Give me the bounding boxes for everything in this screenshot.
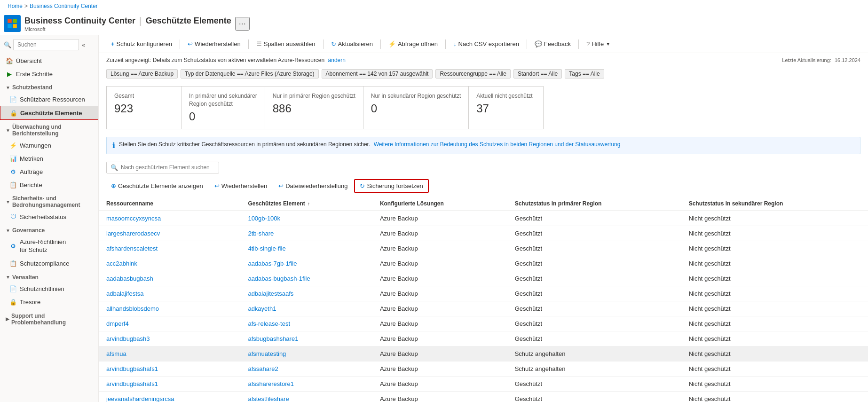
sidebar-section-support[interactable]: ▶ Support und Problembehandlung xyxy=(0,309,98,328)
stat-card-primaer-sekundaer: In primärer und sekundärerRegion geschüt… xyxy=(181,86,265,129)
sidebar: 🔍 « 🏠 Übersicht ▶ Erste Schritte ▼ Schut… xyxy=(0,35,99,402)
link-element[interactable]: 4tib-single-file xyxy=(248,245,285,252)
col-header-geschuetztes-element[interactable]: Geschütztes Element ↑ xyxy=(240,197,372,211)
sidebar-item-tresore[interactable]: 🔒 Tresore xyxy=(0,296,98,309)
sidebar-section-schutzbestand[interactable]: ▼ Schutzbestand xyxy=(0,80,98,93)
link-element[interactable]: afssharerestore1 xyxy=(248,380,294,387)
wiederherstellen-action-button[interactable]: ↩ Wiederherstellen xyxy=(210,180,272,192)
sidebar-label-warnungen: Warnungen xyxy=(20,142,51,149)
svg-rect-2 xyxy=(8,24,12,28)
link-element[interactable]: 2tb-share xyxy=(248,230,274,237)
cell-loesung: Azure Backup xyxy=(372,271,507,286)
cell-sekundaer: Nicht geschützt xyxy=(681,376,868,391)
content-search-input[interactable] xyxy=(121,164,215,171)
sidebar-collapse-button[interactable]: « xyxy=(81,40,86,49)
filter-tag-2[interactable]: Abonnement == 142 von 157 ausgewählt xyxy=(322,69,433,79)
link-ressourcenname[interactable]: masoomccyxsyncsa xyxy=(106,215,161,222)
col-header-konfigurierte-loesungen[interactable]: Konfigurierte Lösungen xyxy=(372,197,507,211)
link-ressourcenname[interactable]: arvindbugbash3 xyxy=(106,335,150,342)
header-ellipsis-button[interactable]: ··· xyxy=(235,17,250,31)
metriken-icon: 📊 xyxy=(9,155,17,162)
sidebar-item-warnungen[interactable]: ⚡ Warnungen xyxy=(0,139,98,152)
sidebar-item-schutzcompliance[interactable]: 📋 Schutzcompliance xyxy=(0,257,98,270)
filter-tag-5[interactable]: Tags == Alle xyxy=(565,69,604,79)
aktualisieren-button[interactable]: ↻ Aktualisieren xyxy=(326,38,378,50)
link-element[interactable]: afsbugbashshare1 xyxy=(248,335,298,342)
geschuetzte-elemente-anzeigen-button[interactable]: ⊕ Geschützte Elemente anzeigen xyxy=(106,180,208,192)
spalten-auswaehlen-button[interactable]: ☰ Spalten auswählen xyxy=(252,38,320,50)
link-element[interactable]: afs-release-test xyxy=(248,320,290,327)
link-element[interactable]: aadabas-bugbash-1file xyxy=(248,275,310,282)
table-row: allhandsblobsdemo adkayeth1 Azure Backup… xyxy=(99,301,868,316)
info-bar-link[interactable]: ändern xyxy=(328,57,346,63)
cell-sekundaer: Nicht geschützt xyxy=(681,286,868,301)
breadcrumb-home[interactable]: Home xyxy=(8,3,23,9)
sidebar-item-berichte[interactable]: 📋 Berichte xyxy=(0,178,98,191)
export-icon: ↓ xyxy=(453,40,457,47)
link-ressourcenname[interactable]: arvindbugbashafs1 xyxy=(106,380,158,387)
search-input[interactable] xyxy=(13,39,79,50)
abfrage-oeffnen-button[interactable]: ⚡ Abfrage öffnen xyxy=(384,38,442,50)
sidebar-section-ueberwachung[interactable]: ▼ Überwachung und Berichterstellung xyxy=(0,120,98,139)
cell-primaer: Schutz angehalten xyxy=(507,346,681,361)
cell-element: 2tb-share xyxy=(240,226,372,241)
table-row: adbalajifestsa adbalajitestsaafs Azure B… xyxy=(99,286,868,301)
col-header-schutzstatus-sekundaer[interactable]: Schutzstatus in sekundärer Region xyxy=(681,197,868,211)
filter-tag-4[interactable]: Standort == Alle xyxy=(513,69,562,79)
link-element[interactable]: afstestfileshare xyxy=(248,395,289,402)
link-ressourcenname[interactable]: arvindbugbashafs1 xyxy=(106,365,158,372)
toolbar-sep-6 xyxy=(527,39,527,49)
link-ressourcenname[interactable]: dmperf4 xyxy=(106,320,129,327)
link-ressourcenname[interactable]: jeevanafshardeningsrcsa xyxy=(106,395,174,402)
sidebar-item-uebersicht[interactable]: 🏠 Übersicht xyxy=(0,54,98,67)
table-row: masoomccyxsyncsa 100gb-100k Azure Backup… xyxy=(99,211,868,226)
link-ressourcenname[interactable]: allhandsblobsdemo xyxy=(106,305,159,312)
col-header-ressourcenname[interactable]: Ressourcenname xyxy=(99,197,240,211)
link-element[interactable]: adbalajitestsaafs xyxy=(248,290,293,297)
cell-ressourcenname: dmperf4 xyxy=(99,316,240,331)
link-ressourcenname[interactable]: acc2abhink xyxy=(106,260,137,267)
filter-tag-1[interactable]: Typ der Datenquelle == Azure Files (Azur… xyxy=(181,69,318,79)
sidebar-item-azure-richtlinien[interactable]: ⚙ Azure-Richtlinienfür Schutz xyxy=(0,236,98,257)
breadcrumb-current[interactable]: Business Continuity Center xyxy=(30,3,98,9)
link-ressourcenname[interactable]: aadabasbugbash xyxy=(106,275,153,282)
action-label-sicherung: Sicherung fortsetzen xyxy=(367,182,423,189)
sidebar-section-sicherheit[interactable]: ▼ Sicherheits- und Bedrohungsmanagement xyxy=(0,191,98,210)
filter-tag-3[interactable]: Ressourcengruppe == Alle xyxy=(435,69,510,79)
sidebar-section-governance[interactable]: ▼ Governance xyxy=(0,223,98,236)
dateiwiederherstellung-button[interactable]: ↩ Dateiwiederherstellung xyxy=(274,180,352,192)
link-ressourcenname[interactable]: afshardenscaletest xyxy=(106,245,158,252)
cell-primaer: Geschützt xyxy=(507,241,681,256)
hilfe-button[interactable]: ? Hilfe ▼ xyxy=(582,38,615,50)
sidebar-item-geschuetzte-elemente[interactable]: 🔒 Geschützte Elemente xyxy=(0,106,98,120)
link-element[interactable]: afsmuatesting xyxy=(248,350,286,357)
sidebar-item-sicherheitsstatus[interactable]: 🛡 Sicherheitsstatus xyxy=(0,210,98,223)
link-element[interactable]: afssahare2 xyxy=(248,365,278,372)
cell-sekundaer: Nicht geschützt xyxy=(681,256,868,271)
app-name: Business Continuity Center xyxy=(24,16,135,26)
alert-icon: ℹ xyxy=(112,141,115,150)
schutz-konfigurieren-button[interactable]: + Schutz konfigurieren xyxy=(106,38,177,50)
link-ressourcenname[interactable]: largesharerodasecv xyxy=(106,230,160,237)
sidebar-item-metriken[interactable]: 📊 Metriken xyxy=(0,152,98,165)
link-ressourcenname[interactable]: afsmua xyxy=(106,350,126,357)
wiederherstellen-toolbar-button[interactable]: ↩ Wiederherstellen xyxy=(183,38,245,50)
link-element[interactable]: 100gb-100k xyxy=(248,215,280,222)
link-element[interactable]: adkayeth1 xyxy=(248,305,276,312)
sidebar-item-auftraege[interactable]: ⚙ Aufträge xyxy=(0,165,98,178)
link-element[interactable]: aadabas-7gb-1file xyxy=(248,260,297,267)
filter-tag-0[interactable]: Lösung == Azure Backup xyxy=(106,69,178,79)
csv-exportieren-button[interactable]: ↓ Nach CSV exportieren xyxy=(449,38,524,50)
sidebar-item-schutzbare-ressourcen[interactable]: 📄 Schützbare Ressourcen xyxy=(0,93,98,106)
action-label-dateiwiederherstellung: Dateiwiederherstellung xyxy=(285,182,347,189)
sidebar-item-schutzrichtlinien[interactable]: 📄 Schutzrichtlinien xyxy=(0,283,98,296)
link-ressourcenname[interactable]: adbalajifestsa xyxy=(106,290,144,297)
col-header-schutzstatus-primaer[interactable]: Schutzstatus in primärer Region xyxy=(507,197,681,211)
sidebar-search-icon: 🔍 xyxy=(4,41,11,48)
sidebar-label-sicherheitsstatus: Sicherheitsstatus xyxy=(20,213,66,220)
feedback-button[interactable]: 💬 Feedback xyxy=(530,38,576,50)
sidebar-item-erste-schritte[interactable]: ▶ Erste Schritte xyxy=(0,67,98,80)
sicherung-fortsetzen-button[interactable]: ↻ Sicherung fortsetzen xyxy=(354,179,428,193)
sidebar-section-verwalten[interactable]: ▼ Verwalten xyxy=(0,270,98,283)
alert-link[interactable]: Weitere Informationen zur Bedeutung des … xyxy=(374,141,621,148)
